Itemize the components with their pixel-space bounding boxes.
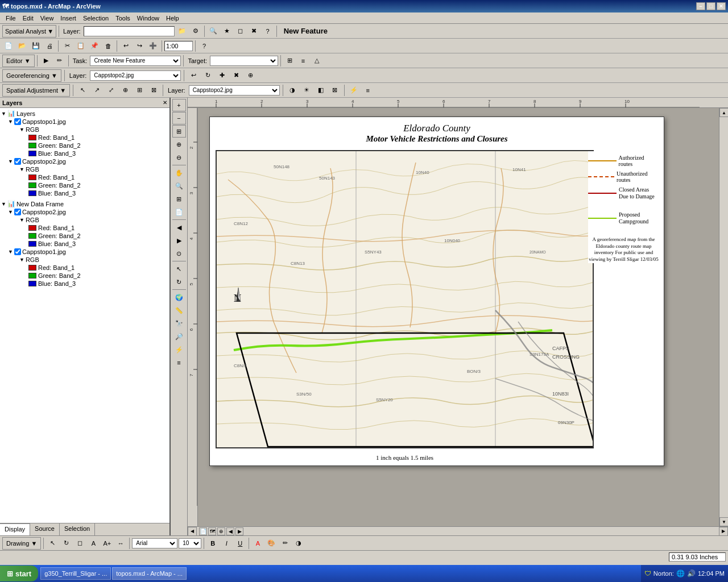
start-button[interactable]: ⊞ start	[0, 566, 38, 581]
layer-expand-ndf-c1[interactable]: ▼	[8, 249, 13, 255]
layer-check-cappstopo1[interactable]	[14, 118, 21, 125]
btn-sa-6[interactable]: ⊠	[147, 84, 160, 97]
btn-rotate[interactable]: ↻	[172, 276, 186, 288]
close-button[interactable]: ✕	[717, 2, 726, 10]
tab-selection[interactable]: Selection	[60, 523, 95, 535]
btn-redo[interactable]: ↪	[133, 40, 146, 52]
frame-expand-layers[interactable]: ▼	[1, 111, 6, 117]
toolbar-btn-clear[interactable]: ✖	[248, 25, 260, 38]
btn-zoom-map[interactable]: ⊕	[217, 527, 225, 535]
btn-fixed-zoom-in[interactable]: ⊕	[172, 138, 186, 151]
btn-layout-view[interactable]: 📄	[199, 527, 207, 535]
toc-content[interactable]: ▼ 📊 Layers ▼ Cappstopo1.jpg ▼ RG	[0, 108, 169, 523]
btn-fill-color[interactable]: 🎨	[265, 537, 278, 550]
btn-draw-arrow[interactable]: ↖	[46, 537, 59, 550]
btn-sa-contrast[interactable]: ◑	[286, 84, 299, 97]
layer-expand-ndf-c2[interactable]: ▼	[8, 209, 13, 215]
btn-go-back[interactable]: ◀	[172, 221, 186, 234]
btn-data-view[interactable]: 🗺	[208, 527, 216, 535]
layer-expand-cappstopo1[interactable]: ▼	[8, 119, 13, 124]
layer-row-cappstopo2[interactable]: ▼ Cappstopo2.jpg	[8, 157, 168, 165]
layer-expand-cappstopo2[interactable]: ▼	[8, 159, 13, 164]
layer-input[interactable]	[84, 26, 175, 36]
btn-draw-5[interactable]: ↔	[114, 537, 127, 550]
btn-help2[interactable]: ?	[198, 40, 210, 52]
btn-identify-map[interactable]: 🔍	[172, 180, 186, 192]
btn-sa-final[interactable]: ⚡	[348, 84, 360, 97]
btn-magnify[interactable]: 🔎	[172, 330, 186, 343]
layer-btn-1[interactable]: 📁	[176, 25, 188, 38]
btn-draw-3[interactable]: ◻	[73, 537, 86, 550]
sa-layer-select[interactable]: Cappstopo2.jpg	[189, 85, 280, 95]
menu-file[interactable]: File	[2, 14, 19, 23]
btn-editor-sketch[interactable]: △	[311, 55, 323, 67]
layer-row-cappstopo1[interactable]: ▼ Cappstopo1.jpg	[8, 118, 168, 126]
btn-sa-effect[interactable]: ◧	[315, 84, 327, 97]
font-size-select[interactable]: 10	[179, 538, 201, 548]
minimize-button[interactable]: –	[696, 2, 705, 10]
map-canvas[interactable]: Eldorado County Motor Vehicle Restrictio…	[198, 108, 719, 526]
btn-full2[interactable]: ⊞	[172, 193, 186, 205]
btn-georef-1[interactable]: ↩	[187, 69, 200, 82]
layer-row-ndf-cappstopo1[interactable]: ▼ Cappstopo1.jpg	[8, 248, 168, 256]
btn-underline[interactable]: U	[234, 537, 246, 550]
editor-dropdown[interactable]: Editor ▼	[2, 55, 35, 67]
btn-shadow[interactable]: ◑	[292, 537, 305, 550]
btn-georef-3[interactable]: ✚	[216, 69, 228, 82]
btn-next-page[interactable]: ▶	[235, 527, 243, 535]
btn-go-forward[interactable]: ▶	[172, 234, 186, 247]
btn-world-globe[interactable]: 🌍	[172, 291, 186, 304]
btn-georef-2[interactable]: ↻	[201, 69, 214, 82]
btn-sa-arrow[interactable]: ↖	[76, 84, 89, 97]
btn-paste[interactable]: 📌	[88, 40, 101, 52]
scale-input[interactable]	[164, 41, 193, 51]
task-select[interactable]: Create New Feature	[90, 56, 181, 66]
btn-georef-4[interactable]: ✖	[230, 69, 242, 82]
btn-fixed-zoom-out[interactable]: ⊖	[172, 151, 186, 164]
toolbar-btn-help[interactable]: ?	[262, 25, 274, 38]
map-view[interactable]: 1 2 3 4 5 6 7 8 9	[188, 98, 728, 535]
layer-row-ndf-cappstopo2[interactable]: ▼ Cappstopo2.jpg	[8, 208, 168, 216]
btn-pan-to[interactable]: ⊙	[172, 247, 186, 260]
scroll-down-btn[interactable]: ▼	[719, 517, 728, 526]
frame-header-new[interactable]: ▼ 📊 New Data Frame	[1, 199, 168, 208]
rgb-expand-ndf2[interactable]: ▼	[19, 217, 24, 223]
menu-tools[interactable]: Tools	[112, 14, 134, 23]
spatial-adj-dropdown[interactable]: Spatial Adjustment ▼	[2, 84, 70, 97]
menu-edit[interactable]: Edit	[19, 14, 37, 23]
taskbar-item-1[interactable]: g350_Terrill_Sligar - ...	[40, 567, 111, 580]
scroll-up-btn[interactable]: ▲	[719, 108, 728, 117]
btn-draw-2[interactable]: ↻	[60, 537, 72, 550]
menu-insert[interactable]: Insert	[57, 14, 80, 23]
toolbar-btn-flash[interactable]: ★	[221, 25, 233, 38]
layer-check-ndf-c1[interactable]	[14, 248, 21, 255]
btn-sa-4[interactable]: ⊕	[119, 84, 131, 97]
menu-help[interactable]: Help	[163, 14, 183, 23]
btn-sa-stretch[interactable]: ⊠	[329, 84, 341, 97]
rgb-expand-2[interactable]: ▼	[19, 167, 24, 172]
btn-pan-map[interactable]: ◀	[226, 527, 234, 535]
btn-zoom-in[interactable]: +	[172, 99, 186, 111]
scroll-right-btn[interactable]: ▶	[719, 527, 728, 536]
toolbar-btn-select[interactable]: ◻	[234, 25, 247, 38]
tab-source[interactable]: Source	[30, 523, 60, 535]
btn-delete[interactable]: 🗑	[102, 40, 114, 52]
frame-header-layers[interactable]: ▼ 📊 Layers	[1, 109, 168, 118]
layer-check-ndf-c2[interactable]	[14, 209, 21, 215]
tab-display[interactable]: Display	[0, 523, 30, 535]
btn-editor-attr[interactable]: ≡	[297, 55, 309, 67]
btn-bold[interactable]: B	[206, 537, 219, 550]
btn-save[interactable]: 💾	[30, 40, 42, 52]
rgb-expand-1[interactable]: ▼	[19, 127, 24, 132]
georef-layer-select[interactable]: Cappstopo2.jpg	[90, 70, 181, 81]
btn-line-color[interactable]: ✏	[279, 537, 291, 550]
target-select[interactable]	[210, 56, 278, 66]
btn-pan[interactable]: ✋	[172, 167, 186, 179]
btn-new[interactable]: 📄	[2, 40, 15, 52]
menu-selection[interactable]: Selection	[80, 14, 112, 23]
btn-copy[interactable]: 📋	[75, 40, 87, 52]
btn-georef-5[interactable]: ⊕	[244, 69, 257, 82]
btn-add-data[interactable]: ➕	[147, 40, 159, 52]
layer-check-cappstopo2[interactable]	[14, 158, 21, 165]
btn-sa-final2[interactable]: ≡	[362, 84, 374, 97]
